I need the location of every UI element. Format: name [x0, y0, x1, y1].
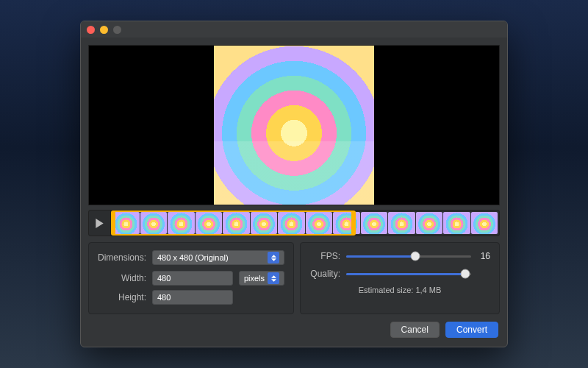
close-icon[interactable] [87, 26, 95, 34]
timeline-frame [196, 212, 223, 234]
timeline-frame [443, 212, 470, 234]
dimensions-select[interactable]: 480 x 480 (Original) [152, 250, 284, 265]
slider-thumb[interactable] [460, 269, 470, 279]
timeline-frame [278, 212, 305, 234]
play-button[interactable] [89, 210, 111, 236]
preview-frame-art [214, 46, 374, 205]
timeline-frame [471, 212, 498, 234]
timeline-frame [251, 212, 278, 234]
width-label: Width: [98, 273, 152, 283]
timeline-frame [112, 212, 140, 234]
cancel-button[interactable]: Cancel [390, 322, 440, 338]
timeline-frame [168, 212, 195, 234]
quality-label: Quality: [309, 269, 346, 279]
fps-slider[interactable] [346, 250, 471, 262]
output-panel: FPS: 16 Quality: [300, 242, 500, 314]
dimensions-label: Dimensions: [98, 252, 152, 263]
chevron-updown-icon [268, 272, 279, 284]
timeline-frame [361, 212, 388, 234]
slider-thumb[interactable] [410, 252, 420, 261]
timeline-frame [306, 212, 333, 234]
footer: Cancel Convert [81, 322, 507, 347]
unit-select[interactable]: pixels [239, 271, 284, 286]
timeline-frame [140, 212, 168, 234]
play-icon [95, 219, 104, 228]
chevron-updown-icon [268, 252, 279, 263]
dimensions-panel: Dimensions: 480 x 480 (Original) Width: … [88, 242, 294, 314]
estimated-size-label: Estimated size: 1,4 MB [309, 286, 490, 294]
height-label: Height: [98, 292, 152, 302]
app-window: Dimensions: 480 x 480 (Original) Width: … [80, 21, 508, 347]
video-preview [88, 45, 500, 205]
height-input[interactable]: 480 [152, 290, 233, 305]
timeline [88, 210, 500, 236]
timeline-frame [388, 212, 415, 234]
convert-button[interactable]: Convert [445, 322, 498, 338]
width-input[interactable]: 480 [152, 271, 233, 286]
unit-value: pixels [244, 274, 265, 283]
timeline-frame [333, 212, 360, 234]
timeline-frame [416, 212, 443, 234]
timeline-frames[interactable] [111, 210, 499, 236]
fps-label: FPS: [309, 251, 346, 261]
titlebar [81, 21, 507, 38]
quality-slider[interactable] [346, 268, 471, 280]
minimize-icon[interactable] [100, 26, 108, 34]
zoom-icon[interactable] [113, 26, 121, 34]
timeline-frame [223, 212, 250, 234]
dimensions-value: 480 x 480 (Original) [157, 253, 229, 262]
fps-value: 16 [471, 251, 490, 261]
